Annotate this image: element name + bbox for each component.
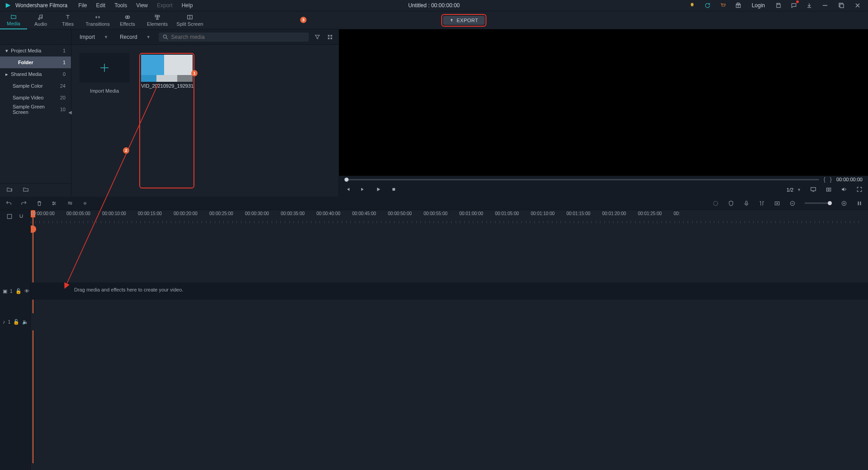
zoom-slider[interactable] bbox=[805, 202, 832, 204]
export-button[interactable]: EXPORT bbox=[443, 16, 485, 25]
audio-tools-button[interactable] bbox=[82, 200, 89, 207]
delete-button[interactable] bbox=[36, 200, 42, 207]
timeline-ruler[interactable]: 00:00:00:0000:00:05:0000:00:10:0000:00:1… bbox=[31, 210, 868, 224]
tab-elements-label: Elements bbox=[147, 21, 168, 27]
clip-thumbnail bbox=[141, 55, 193, 82]
next-frame-button[interactable] bbox=[360, 186, 366, 194]
zoom-fit-icon[interactable] bbox=[856, 200, 863, 207]
zoom-knob[interactable] bbox=[828, 201, 832, 205]
play-button[interactable] bbox=[375, 186, 382, 194]
split-button[interactable] bbox=[52, 200, 58, 207]
tab-transitions[interactable]: Transitions bbox=[81, 11, 114, 29]
scrub-knob[interactable] bbox=[344, 178, 349, 182]
prev-frame-button[interactable] bbox=[344, 186, 351, 194]
media-clip[interactable]: VID_20210929_192931 1 bbox=[139, 53, 194, 188]
tab-elements[interactable]: Elements bbox=[141, 11, 174, 29]
edit-tools-button[interactable] bbox=[67, 200, 73, 207]
tab-split-screen[interactable]: Split Screen bbox=[174, 11, 206, 29]
close-button[interactable] bbox=[854, 1, 862, 9]
new-folder-icon[interactable] bbox=[6, 186, 13, 194]
ruler-tick: 00:00:05:00 bbox=[66, 211, 90, 216]
svg-rect-5 bbox=[155, 15, 157, 17]
preview-scrub-track[interactable] bbox=[344, 179, 819, 180]
zoom-in-icon[interactable] bbox=[841, 200, 847, 207]
tab-audio[interactable]: Audio bbox=[27, 11, 54, 29]
search-media[interactable] bbox=[159, 33, 309, 42]
render-icon[interactable] bbox=[712, 200, 719, 207]
import-dropdown[interactable]: Import▼ bbox=[76, 32, 112, 42]
message-icon[interactable] bbox=[790, 2, 797, 9]
svg-rect-32 bbox=[7, 214, 11, 218]
menu-help[interactable]: Help bbox=[177, 0, 198, 10]
svg-rect-18 bbox=[811, 187, 816, 190]
media-side-panel: ▾Project Media1 Folder1 ▸Shared Media0 S… bbox=[0, 29, 71, 197]
folder-icon[interactable] bbox=[23, 186, 29, 194]
timeline-ruler-row: 00:00:00:0000:00:05:0000:00:10:0000:00:1… bbox=[0, 210, 868, 224]
redo-button[interactable] bbox=[21, 200, 27, 207]
audio-track-header[interactable]: ♪ 1 🔓 🔈 bbox=[0, 313, 31, 330]
side-folder[interactable]: Folder1 bbox=[0, 56, 71, 68]
side-sample-color[interactable]: Sample Color24 bbox=[0, 80, 71, 92]
tips-icon[interactable] bbox=[689, 2, 696, 9]
undo-button[interactable] bbox=[5, 200, 12, 207]
eye-icon[interactable]: 👁 bbox=[24, 288, 29, 294]
record-dropdown[interactable]: Record▼ bbox=[116, 32, 154, 42]
timeline-area[interactable]: ▣ 1 🔓 👁 Drag media and effects here to c… bbox=[31, 224, 868, 470]
tab-audio-label: Audio bbox=[34, 21, 47, 27]
ruler-tick: 00:00:25:00 bbox=[209, 211, 233, 216]
menu-view[interactable]: View bbox=[132, 0, 152, 10]
elements-icon bbox=[154, 14, 160, 20]
audio-mixer-icon[interactable] bbox=[759, 200, 765, 207]
side-sample-video[interactable]: Sample Video20 bbox=[0, 92, 71, 103]
cart-icon[interactable] bbox=[719, 2, 726, 9]
side-shared-media[interactable]: ▸Shared Media0 bbox=[0, 68, 71, 80]
menu-edit[interactable]: Edit bbox=[92, 0, 110, 10]
mark-out-icon[interactable]: } bbox=[830, 176, 832, 183]
zoom-out-icon[interactable] bbox=[789, 200, 796, 207]
snap-icon[interactable] bbox=[18, 213, 24, 221]
playhead-flag[interactable] bbox=[31, 226, 36, 233]
side-project-media[interactable]: ▾Project Media1 bbox=[0, 45, 71, 56]
tab-effects[interactable]: Effects bbox=[114, 11, 141, 29]
tab-effects-label: Effects bbox=[120, 21, 135, 27]
volume-icon[interactable] bbox=[841, 186, 847, 194]
lock-icon[interactable]: 🔓 bbox=[15, 288, 22, 294]
stop-button[interactable] bbox=[391, 186, 397, 194]
preview-monitor-icon[interactable] bbox=[810, 186, 816, 194]
tab-media[interactable]: Media bbox=[0, 11, 27, 29]
video-track-header[interactable]: ▣ 1 🔓 👁 bbox=[0, 282, 31, 300]
menu-file[interactable]: File bbox=[74, 0, 91, 10]
audio-track[interactable]: ♪ 1 🔓 🔈 bbox=[31, 313, 868, 330]
tab-titles[interactable]: Titles bbox=[54, 11, 81, 29]
ruler-tick: 00:00:55:00 bbox=[424, 211, 448, 216]
mark-in-icon[interactable]: { bbox=[824, 176, 826, 183]
preview-quality[interactable]: 1/2▼ bbox=[787, 187, 801, 193]
marker-shield-icon[interactable] bbox=[728, 200, 734, 207]
snapshot-icon[interactable] bbox=[826, 186, 832, 194]
maximize-button[interactable] bbox=[837, 1, 845, 9]
speaker-icon[interactable]: 🔈 bbox=[22, 319, 28, 325]
voiceover-icon[interactable] bbox=[743, 200, 750, 207]
svg-point-21 bbox=[828, 188, 830, 190]
side-sample-green[interactable]: Sample Green Screen10 bbox=[0, 103, 71, 115]
menu-tools[interactable]: Tools bbox=[110, 0, 132, 10]
import-media-tile[interactable]: Import Media bbox=[80, 53, 129, 188]
refresh-icon[interactable] bbox=[704, 2, 711, 9]
download-icon[interactable] bbox=[806, 2, 813, 9]
ruler-tick: 00:01:15:00 bbox=[566, 211, 590, 216]
fullscreen-icon[interactable] bbox=[856, 186, 863, 194]
keyframe-icon[interactable] bbox=[774, 200, 780, 207]
document-title: Untitled : 00:00:00:00 bbox=[408, 2, 460, 9]
search-input[interactable] bbox=[171, 34, 305, 40]
ruler-tick: 00:01:20:00 bbox=[602, 211, 626, 216]
svg-point-9 bbox=[163, 35, 166, 38]
preview-screen[interactable] bbox=[339, 29, 868, 176]
filter-icon[interactable] bbox=[313, 33, 321, 41]
track-settings-icon[interactable] bbox=[6, 213, 13, 221]
gift-icon[interactable] bbox=[735, 2, 742, 9]
save-icon[interactable] bbox=[775, 2, 782, 9]
login-link[interactable]: Login bbox=[750, 2, 767, 9]
minimize-button[interactable] bbox=[821, 1, 829, 9]
grid-view-icon[interactable] bbox=[326, 33, 334, 41]
lock-icon[interactable]: 🔓 bbox=[13, 319, 19, 325]
